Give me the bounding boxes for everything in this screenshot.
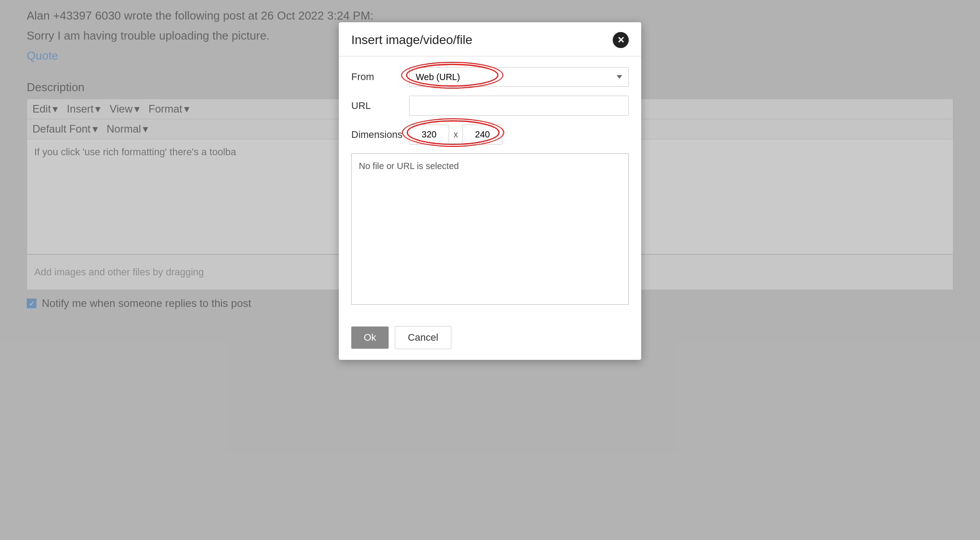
dimensions-row: Dimensions x [351,125,629,145]
from-wrapper: Web (URL) Upload Media Library [409,67,629,87]
cancel-button[interactable]: Cancel [395,326,451,349]
ok-button[interactable]: Ok [351,326,389,349]
url-input[interactable] [409,96,629,116]
close-icon: ✕ [617,35,625,45]
preview-area: No file or URL is selected [351,153,629,305]
modal-footer: Ok Cancel [339,326,641,360]
from-row: From Web (URL) Upload Media Library [351,67,629,87]
dimensions-label: Dimensions [351,129,409,141]
dimensions-wrapper: x [409,125,502,145]
modal-title: Insert image/video/file [351,33,472,47]
url-field-wrapper [409,96,629,116]
url-row: URL [351,96,629,116]
x-separator: x [454,129,458,140]
width-input[interactable] [409,125,449,145]
from-select[interactable]: Web (URL) Upload Media Library [409,67,629,87]
url-label: URL [351,100,409,112]
from-label: From [351,71,409,83]
height-input[interactable] [462,125,502,145]
insert-media-modal: Insert image/video/file ✕ From Web (URL)… [339,22,641,360]
modal-body: From Web (URL) Upload Media Library URL [339,56,641,326]
modal-header: Insert image/video/file ✕ [339,22,641,56]
preview-text: No file or URL is selected [359,161,459,171]
modal-close-button[interactable]: ✕ [613,32,629,48]
